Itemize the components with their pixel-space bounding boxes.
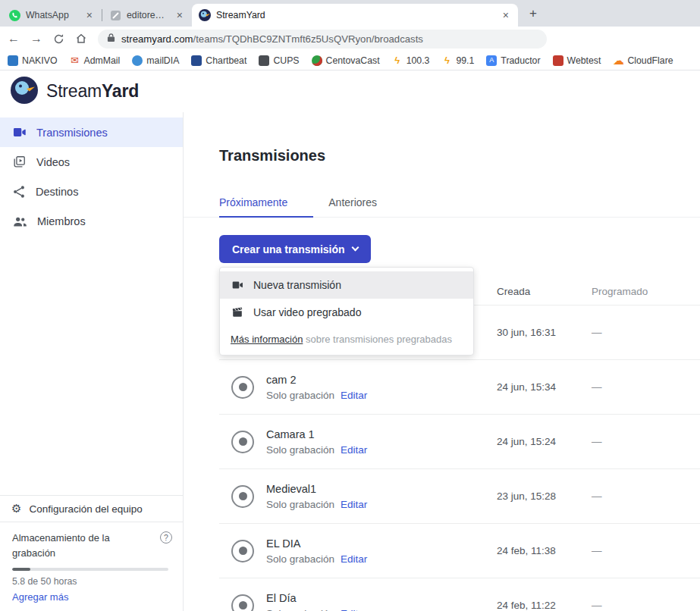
bookmark-cups[interactable]: CUPS xyxy=(259,55,299,66)
bookmark-webtest[interactable]: Webtest xyxy=(553,55,601,66)
sidebar-item-label: Miembros xyxy=(37,215,86,227)
sidebar-item-transmisiones[interactable]: Transmisiones xyxy=(0,118,183,147)
clapperboard-icon xyxy=(231,306,243,318)
broadcast-title: Medieval1 xyxy=(266,483,367,495)
browser-tab-streamyard[interactable]: StreamYard × xyxy=(192,4,518,27)
bookmark-99-1[interactable]: 99.1 xyxy=(441,55,474,66)
cloud-icon xyxy=(613,55,623,66)
share-icon xyxy=(12,185,26,199)
main-area: Transmisiones Próximamente Anteriores Cr… xyxy=(184,112,700,611)
edit-link[interactable]: Editar xyxy=(341,608,367,611)
home-icon[interactable] xyxy=(75,33,87,45)
video-library-icon xyxy=(12,155,27,169)
table-row[interactable]: Medieval1 Solo grabaciónEditar 23 jun, 1… xyxy=(219,469,700,524)
bookmark-traductor[interactable]: Traductor xyxy=(486,55,540,66)
edit-link[interactable]: Editar xyxy=(341,390,367,401)
cups-favicon xyxy=(259,55,269,66)
close-tab-icon[interactable]: × xyxy=(501,9,511,21)
browser-toolbar: ← → streamyard.com/teams/TQDhBC9ZNTmft6z… xyxy=(0,27,700,51)
close-tab-icon[interactable]: × xyxy=(174,9,185,21)
tab-strip: WhatsApp × editoresweb:sitioweb:eldia.co… xyxy=(0,0,700,27)
broadcast-subtitle: Solo grabación xyxy=(266,608,334,611)
sidebar-item-label: Transmisiones xyxy=(36,127,108,139)
bookmark-label: mailDIA xyxy=(146,55,179,66)
bookmark-admmail[interactable]: AdmMail xyxy=(69,55,120,66)
create-broadcast-label: Crear una transmisión xyxy=(232,243,345,255)
create-broadcast-menu: Nueva transmisión Usar video pregrabado … xyxy=(219,267,474,356)
header-created: Creada xyxy=(497,286,592,297)
record-icon xyxy=(231,485,254,508)
broadcast-subtitle: Solo grabación xyxy=(266,499,334,510)
translate-icon xyxy=(486,55,497,66)
add-more-link[interactable]: Agregar más xyxy=(12,591,68,603)
created-date: 24 jun, 15:24 xyxy=(497,436,592,447)
table-row[interactable]: El Día Solo grabaciónEditar 24 feb, 11:2… xyxy=(219,578,700,611)
bookmark-chartbeat[interactable]: Chartbeat xyxy=(191,55,246,66)
table-row[interactable]: cam 2 Solo grabaciónEditar 24 jun, 15:34… xyxy=(219,360,700,415)
create-broadcast-button[interactable]: Crear una transmisión xyxy=(219,235,371,263)
record-icon xyxy=(231,540,254,562)
scheduled-value: — xyxy=(592,381,700,393)
menu-item-new-broadcast[interactable]: Nueva transmisión xyxy=(220,271,473,299)
streamyard-favicon xyxy=(199,9,211,21)
storage-meter xyxy=(12,568,168,571)
browser-tab-whatsapp[interactable]: WhatsApp × xyxy=(2,4,102,27)
menu-item-prerecorded[interactable]: Usar video pregrabado xyxy=(220,299,473,326)
table-row[interactable]: Camara 1 Solo grabaciónEditar 24 jun, 15… xyxy=(219,415,700,469)
streamyard-logo[interactable] xyxy=(10,76,39,107)
close-tab-icon[interactable]: × xyxy=(84,9,95,21)
sidebar-item-videos[interactable]: Videos xyxy=(0,147,183,177)
edit-link[interactable]: Editar xyxy=(341,444,367,456)
broadcast-title: El Día xyxy=(266,592,367,604)
edit-link[interactable]: Editar xyxy=(341,499,367,510)
members-icon xyxy=(12,215,27,228)
sidebar-item-miembros[interactable]: Miembros xyxy=(0,206,183,236)
forward-icon[interactable]: → xyxy=(30,33,42,45)
browser-tab-editoresweb[interactable]: editoresweb:sitioweb:eldia.co × xyxy=(102,4,192,27)
bookmark-cloudflare[interactable]: CloudFlare xyxy=(613,55,673,66)
bookmark-label: CentovaCast xyxy=(326,55,380,66)
broadcast-title: EL DIA xyxy=(266,537,367,550)
record-icon xyxy=(231,376,254,399)
tab-anteriores[interactable]: Anteriores xyxy=(328,196,403,217)
broadcast-subtitle: Solo grabación xyxy=(266,553,334,565)
bookmark-nakivo[interactable]: NAKIVO xyxy=(8,55,57,66)
address-bar[interactable]: streamyard.com/teams/TQDhBC9ZNTmft6z5UsQ… xyxy=(98,30,547,49)
header-scheduled: Programado xyxy=(592,286,700,297)
help-icon[interactable]: ? xyxy=(160,531,172,544)
app-header: StreamYard xyxy=(0,70,700,112)
url-domain: streamyard.com xyxy=(121,33,193,45)
created-date: 24 feb, 11:38 xyxy=(497,545,592,556)
lock-icon xyxy=(107,33,115,45)
bookmark-label: CloudFlare xyxy=(627,55,673,66)
bookmark-maildia[interactable]: mailDIA xyxy=(132,55,179,66)
bookmark-label: Chartbeat xyxy=(206,55,246,66)
chartbeat-favicon xyxy=(191,55,202,66)
edit-link[interactable]: Editar xyxy=(341,553,367,565)
sidebar-item-label: Videos xyxy=(36,156,70,168)
table-row[interactable]: EL DIA Solo grabaciónEditar 24 feb, 11:3… xyxy=(219,524,700,578)
page-title: Transmisiones xyxy=(219,147,700,164)
broadcast-subtitle: Solo grabación xyxy=(266,390,334,401)
bookmark-centovacast[interactable]: CentovaCast xyxy=(312,55,380,66)
scheduled-value: — xyxy=(592,436,700,447)
broadcast-subtitle: Solo grabación xyxy=(266,444,334,456)
reload-icon[interactable] xyxy=(53,33,64,45)
app-content: Transmisiones Videos Destinos Miembros xyxy=(0,112,700,611)
webtest-favicon xyxy=(553,55,563,66)
storage-panel: Almacenamiento de la grabación ? 5.8 de … xyxy=(0,522,183,611)
bookmark-label: NAKIVO xyxy=(22,55,57,66)
more-info-link[interactable]: Más información xyxy=(231,334,303,345)
back-icon[interactable]: ← xyxy=(8,33,20,45)
sidebar-bottom: ⚙ Configuración del equipo Almacenamient… xyxy=(0,495,183,611)
tab-proximamente[interactable]: Próximamente xyxy=(219,196,313,218)
bookmark-100-3[interactable]: 100.3 xyxy=(392,55,430,66)
sidebar: Transmisiones Videos Destinos Miembros xyxy=(0,112,184,611)
team-settings-button[interactable]: ⚙ Configuración del equipo xyxy=(0,495,183,522)
sidebar-item-destinos[interactable]: Destinos xyxy=(0,177,183,206)
broadcast-title: Camara 1 xyxy=(266,428,367,440)
lightning-icon xyxy=(441,55,452,66)
new-tab-button[interactable]: + xyxy=(524,5,542,23)
scheduled-value: — xyxy=(592,327,700,338)
created-date: 30 jun, 16:31 xyxy=(497,327,592,338)
